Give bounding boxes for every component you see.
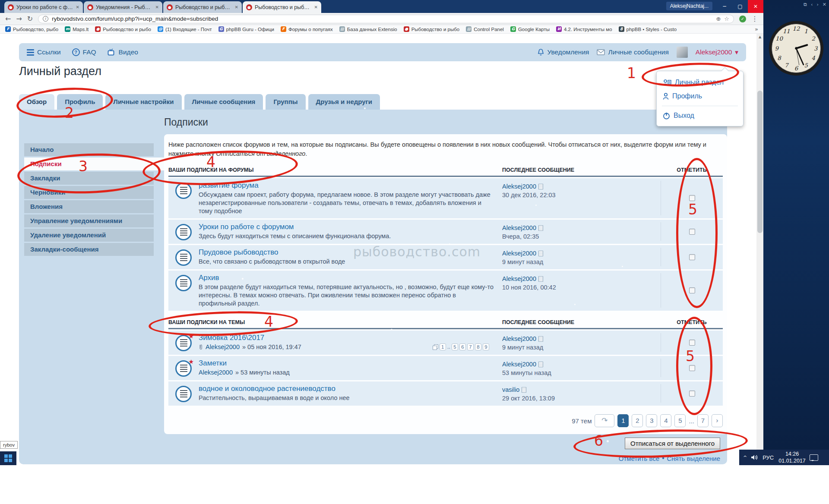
bookmark-item[interactable]: GGoogle Карты xyxy=(510,26,550,32)
topic-author-link[interactable]: Aleksej2000 xyxy=(199,369,233,376)
page-button[interactable]: 3 xyxy=(646,414,657,427)
bookmark-item[interactable]: GphpBB Guru - Офици xyxy=(218,26,274,32)
bookmark-item[interactable]: ▤Control Panel xyxy=(466,26,504,32)
page-button[interactable]: 7 xyxy=(697,414,709,427)
taskbar-language[interactable]: РУС xyxy=(763,454,774,461)
tab-close-icon[interactable]: ✕ xyxy=(314,5,318,9)
action-center-icon[interactable] xyxy=(810,454,818,461)
browser-tab-active[interactable]: ● Рыбоводство и рыбора ✕ xyxy=(243,1,321,13)
video-link[interactable]: Видео xyxy=(108,48,138,56)
topic-page-link[interactable]: 9 xyxy=(483,343,489,350)
browser-tab[interactable]: ● Уведомления - Рыбовод ✕ xyxy=(84,1,162,13)
forward-icon[interactable]: → xyxy=(16,16,22,22)
topic-title-link[interactable]: Заметки xyxy=(199,359,227,368)
goto-last-post-icon[interactable] xyxy=(538,276,543,282)
topic-title-link[interactable]: водное и околоводное растениеводство xyxy=(199,384,335,393)
tab-close-icon[interactable]: ✕ xyxy=(235,5,238,9)
url-text[interactable]: rybovodstvo.com/forum/ucp.php?i=ucp_main… xyxy=(52,16,712,22)
goto-last-post-icon[interactable] xyxy=(538,184,543,189)
goto-last-post-icon[interactable] xyxy=(538,336,543,342)
bookmark-item[interactable]: @(1) Входящие - Почт xyxy=(158,26,212,32)
sidebar-item-delete-notifications[interactable]: Удаление уведомлений xyxy=(24,229,154,242)
private-messages-link[interactable]: Личные сообщения xyxy=(597,48,668,56)
sidebar-item-post-bookmarks[interactable]: Закладки-сообщения xyxy=(24,243,154,256)
topic-page-link[interactable]: 1 xyxy=(440,343,446,350)
forum-title-link[interactable]: Прудовое рыбоводство xyxy=(199,248,278,257)
last-post-user-link[interactable]: Aleksej2000 xyxy=(502,335,536,342)
user-menu[interactable]: Aleksej2000 ▼ xyxy=(696,48,738,56)
bookmark-item[interactable]: ▤База данных Extensio xyxy=(339,26,397,32)
bookmarks-overflow-icon[interactable]: » xyxy=(755,26,758,32)
topic-page-link[interactable]: 8 xyxy=(475,343,481,350)
page-button-current[interactable]: 1 xyxy=(617,414,629,427)
forum-title-link[interactable]: Уроки по работе с форумом xyxy=(199,222,294,231)
sidebar-item-attachments[interactable]: Вложения xyxy=(24,200,154,213)
topic-page-link[interactable]: 5 xyxy=(452,343,458,350)
bookmark-item[interactable]: ●Рыбоводство и рыбо xyxy=(404,26,460,32)
window-controls: ─ ▢ ✕ xyxy=(717,0,763,13)
gadget-panel-icon[interactable]: ⧉ xyxy=(804,2,807,7)
faq-link[interactable]: ? FAQ xyxy=(72,48,96,56)
page-button[interactable]: 4 xyxy=(660,414,671,427)
speaker-icon[interactable] xyxy=(751,454,759,460)
reload-icon[interactable]: ↻ xyxy=(27,16,33,22)
bookmark-item[interactable]: FРыбоводство, рыбо xyxy=(5,26,58,32)
scroll-up-icon[interactable]: ▲ xyxy=(756,34,763,41)
page-button[interactable]: 2 xyxy=(632,414,643,427)
forum-title-link[interactable]: Архив xyxy=(199,273,219,282)
topic-author-link[interactable]: Aleksej2000 xyxy=(206,343,240,350)
last-post-user-link[interactable]: vasilio xyxy=(502,386,519,393)
browser-menu-icon[interactable]: ⋮ xyxy=(751,16,758,22)
extension-check-icon[interactable]: ✓ xyxy=(739,16,746,22)
address-bar[interactable]: i rybovodstvo.com/forum/ucp.php?i=ucp_ma… xyxy=(38,15,734,23)
window-maximize-button[interactable]: ▢ xyxy=(732,0,748,13)
page-info-icon[interactable]: i xyxy=(43,16,48,22)
bookmark-star-icon[interactable]: ☆ xyxy=(724,16,729,22)
goto-last-post-icon[interactable] xyxy=(538,225,543,231)
last-post-user-link[interactable]: Aleksej2000 xyxy=(502,224,536,231)
scrollbar-thumb[interactable] xyxy=(757,91,763,233)
window-close-button[interactable]: ✕ xyxy=(748,0,763,13)
last-post-user-link[interactable]: Aleksej2000 xyxy=(502,183,536,190)
tab-groups[interactable]: Группы xyxy=(266,94,305,110)
window-minimize-button[interactable]: ─ xyxy=(717,0,732,13)
browser-tab[interactable]: ● Уроки по работе с фору ✕ xyxy=(4,1,83,13)
tab-preferences[interactable]: Личные настройки xyxy=(105,94,181,110)
topic-page-link[interactable]: 6 xyxy=(459,343,466,350)
bookmark-item[interactable]: ●Рыбоводство и рыбо xyxy=(95,26,151,32)
jump-to-page-button[interactable]: ↷ xyxy=(595,414,614,427)
tab-private-messages[interactable]: Личные сообщения xyxy=(184,94,263,110)
goto-last-post-icon[interactable] xyxy=(538,251,543,256)
back-icon[interactable]: ← xyxy=(5,16,11,22)
gadget-close-icon[interactable]: ✕ xyxy=(823,2,826,7)
bookmark-item[interactable]: И4.2. Инструменты мо xyxy=(556,26,612,32)
gadget-prev-icon[interactable]: ‹ xyxy=(811,2,813,7)
last-post-user-link[interactable]: Aleksej2000 xyxy=(502,250,536,257)
tray-chevron-icon[interactable]: ^ xyxy=(743,455,747,460)
next-page-button[interactable]: › xyxy=(712,414,723,427)
last-post-user-link[interactable]: Aleksej2000 xyxy=(502,361,536,368)
menu-item-logout[interactable]: Выход xyxy=(657,109,743,123)
taskbar-start[interactable] xyxy=(0,451,16,465)
taskbar-clock[interactable]: 14:26 01.01.2017 xyxy=(778,450,806,465)
user-avatar[interactable] xyxy=(677,47,688,58)
notifications-link[interactable]: Уведомления xyxy=(537,48,589,56)
zoom-icon[interactable]: ⊕ xyxy=(716,16,721,22)
browser-tab[interactable]: ● Рыбоводство и рыбора ✕ xyxy=(163,1,242,13)
last-post-user-link[interactable]: Aleksej2000 xyxy=(502,275,536,282)
topic-page-link[interactable]: 7 xyxy=(467,343,474,350)
goto-last-post-icon[interactable] xyxy=(538,362,543,367)
gadget-next-icon[interactable]: › xyxy=(816,2,818,7)
bookmark-item[interactable]: mMaps.lt xyxy=(65,26,89,32)
bookmark-item[interactable]: 8phpBB • Styles - Custo xyxy=(619,26,677,32)
page-button[interactable]: 5 xyxy=(674,414,686,427)
sidebar-item-notification-options[interactable]: Управление уведомлениями xyxy=(24,214,154,227)
goto-last-post-icon[interactable] xyxy=(522,387,526,393)
tab-close-icon[interactable]: ✕ xyxy=(76,5,79,9)
links-menu[interactable]: Ссылки xyxy=(27,48,61,56)
tab-close-icon[interactable]: ✕ xyxy=(155,5,159,9)
browser-scrollbar[interactable]: ▲ ▼ xyxy=(756,34,763,465)
bookmark-item[interactable]: FФорумы о попугаях xyxy=(281,26,333,32)
tab-friends-foes[interactable]: Друзья и недруги xyxy=(308,94,380,110)
menu-item-profile[interactable]: Профиль xyxy=(657,89,743,103)
